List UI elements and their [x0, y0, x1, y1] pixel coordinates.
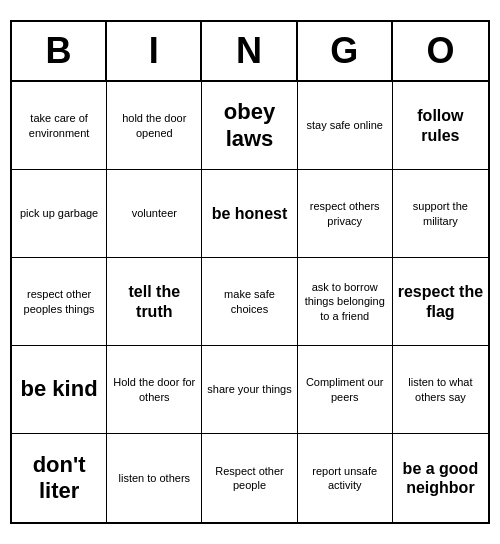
bingo-card: BINGO take care of environmenthold the d…	[10, 20, 490, 524]
bingo-cell-16: Hold the door for others	[107, 346, 202, 434]
bingo-letter-g: G	[298, 22, 393, 80]
bingo-cell-0: take care of environment	[12, 82, 107, 170]
bingo-cell-18: Compliment our peers	[298, 346, 393, 434]
bingo-cell-19: listen to what others say	[393, 346, 488, 434]
bingo-letter-o: O	[393, 22, 488, 80]
bingo-cell-21: listen to others	[107, 434, 202, 522]
bingo-cell-5: pick up garbage	[12, 170, 107, 258]
bingo-header: BINGO	[12, 22, 488, 82]
bingo-cell-13: ask to borrow things belonging to a frie…	[298, 258, 393, 346]
bingo-letter-i: I	[107, 22, 202, 80]
bingo-cell-2: obey laws	[202, 82, 297, 170]
bingo-cell-20: don't liter	[12, 434, 107, 522]
bingo-cell-22: Respect other people	[202, 434, 297, 522]
bingo-cell-8: respect others privacy	[298, 170, 393, 258]
bingo-cell-1: hold the door opened	[107, 82, 202, 170]
bingo-cell-10: respect other peoples things	[12, 258, 107, 346]
bingo-cell-6: volunteer	[107, 170, 202, 258]
bingo-cell-9: support the military	[393, 170, 488, 258]
bingo-cell-7: be honest	[202, 170, 297, 258]
bingo-cell-3: stay safe online	[298, 82, 393, 170]
bingo-cell-24: be a good neighbor	[393, 434, 488, 522]
bingo-letter-b: B	[12, 22, 107, 80]
bingo-cell-14: respect the flag	[393, 258, 488, 346]
bingo-cell-12: make safe choices	[202, 258, 297, 346]
bingo-letter-n: N	[202, 22, 297, 80]
bingo-cell-11: tell the truth	[107, 258, 202, 346]
bingo-grid: take care of environmenthold the door op…	[12, 82, 488, 522]
bingo-cell-15: be kind	[12, 346, 107, 434]
bingo-cell-23: report unsafe activity	[298, 434, 393, 522]
bingo-cell-17: share your things	[202, 346, 297, 434]
bingo-cell-4: follow rules	[393, 82, 488, 170]
